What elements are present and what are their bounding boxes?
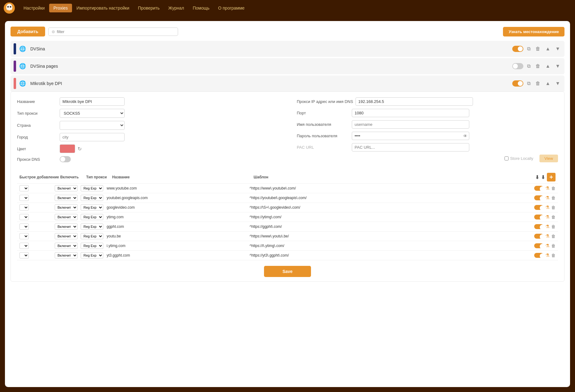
- trash-icon-6[interactable]: 🗑: [551, 243, 556, 248]
- quick-select-1[interactable]: [19, 195, 29, 201]
- quick-select-4[interactable]: [19, 224, 29, 230]
- trash-icon-5[interactable]: 🗑: [551, 234, 556, 239]
- delete-btn-dvsina-pages[interactable]: 🗑: [534, 63, 542, 70]
- quick-select-2[interactable]: [19, 204, 29, 211]
- nav-import[interactable]: Импортировать настройки: [72, 4, 134, 12]
- up-btn-mikrotik[interactable]: ▲: [544, 80, 552, 87]
- eye-button[interactable]: 👁: [463, 134, 467, 138]
- nav-settings[interactable]: Настройки: [19, 4, 49, 12]
- username-input[interactable]: [352, 120, 469, 129]
- toggle-mikrotik[interactable]: [512, 80, 523, 87]
- flask-icon-3[interactable]: ⚗: [545, 214, 549, 220]
- quick-select-3[interactable]: [19, 214, 29, 220]
- color-label: Цвет: [17, 147, 57, 151]
- rule-toggle-6[interactable]: [534, 243, 543, 248]
- type-select-2[interactable]: Reg Exp: [81, 204, 103, 211]
- type-select-3[interactable]: Reg Exp: [81, 214, 103, 220]
- name-input[interactable]: [60, 97, 125, 106]
- enable-select-0[interactable]: Включит: [55, 185, 78, 191]
- download-icon-2[interactable]: ⬇: [541, 174, 545, 180]
- profile-row-dvsina: 🌐 DVSina ⧉ 🗑 ▲ ▼: [11, 41, 564, 57]
- rule-toggle-3[interactable]: [534, 215, 543, 219]
- type-select-0[interactable]: Reg Exp: [81, 185, 103, 191]
- down-btn-mikrotik[interactable]: ▼: [554, 80, 561, 87]
- enable-select-1[interactable]: Включит: [55, 195, 78, 201]
- nav-check[interactable]: Проверить: [134, 4, 164, 12]
- quick-select-7[interactable]: [19, 252, 29, 258]
- nav-help[interactable]: Помощь: [188, 4, 214, 12]
- download-icon-1[interactable]: ⬇: [535, 174, 539, 180]
- type-select-4[interactable]: Reg Exp: [81, 224, 103, 230]
- enable-select-6[interactable]: Включит: [55, 243, 78, 249]
- globe-icon-dvsina: 🌐: [19, 45, 26, 52]
- filter-input[interactable]: [57, 29, 175, 34]
- flask-icon-0[interactable]: ⚗: [545, 185, 549, 191]
- flask-icon-4[interactable]: ⚗: [545, 224, 549, 229]
- enable-select-7[interactable]: Включит: [55, 252, 78, 258]
- store-locally-checkbox[interactable]: [505, 156, 509, 160]
- add-button[interactable]: Добавить: [11, 27, 45, 36]
- type-select-6[interactable]: Reg Exp: [81, 243, 103, 249]
- save-button[interactable]: Save: [264, 266, 311, 277]
- location-button[interactable]: Узнать местонахождение: [503, 27, 564, 36]
- rule-toggle-1[interactable]: [534, 195, 543, 200]
- nav-about[interactable]: О программе: [214, 4, 249, 12]
- nav-proxies[interactable]: Proxies: [49, 4, 72, 12]
- copy-btn-mikrotik[interactable]: ⧉: [526, 80, 532, 87]
- delete-btn-mikrotik[interactable]: 🗑: [534, 80, 542, 87]
- proxy-type-select[interactable]: SOCKS5 HTTP HTTPS SOCKS4: [60, 109, 125, 118]
- flask-icon-2[interactable]: ⚗: [545, 205, 549, 210]
- color-swatch[interactable]: [60, 144, 75, 153]
- city-input[interactable]: [60, 133, 125, 141]
- rule-toggle-4[interactable]: [534, 224, 543, 229]
- add-rule-button[interactable]: +: [547, 173, 556, 181]
- port-input[interactable]: [352, 109, 469, 117]
- copy-btn-dvsina[interactable]: ⧉: [526, 45, 532, 52]
- rule-toggle-7[interactable]: [534, 253, 543, 258]
- flask-icon-7[interactable]: ⚗: [545, 253, 549, 258]
- trash-icon-4[interactable]: 🗑: [551, 224, 556, 229]
- trash-icon-0[interactable]: 🗑: [551, 186, 556, 191]
- proxy-ip-input[interactable]: [356, 97, 473, 106]
- flask-icon-1[interactable]: ⚗: [545, 195, 549, 201]
- enable-select-3[interactable]: Включит: [55, 214, 78, 220]
- toggle-dvsina-pages[interactable]: [512, 63, 523, 69]
- pac-url-input[interactable]: [352, 143, 469, 151]
- proxy-dns-toggle[interactable]: [60, 156, 71, 162]
- quick-select-0[interactable]: [19, 185, 29, 191]
- rule-toggle-5[interactable]: [534, 234, 543, 239]
- profile-name-dvsina: DVSina: [30, 46, 509, 51]
- down-btn-dvsina-pages[interactable]: ▼: [554, 63, 561, 70]
- up-btn-dvsina[interactable]: ▲: [544, 45, 552, 52]
- up-btn-dvsina-pages[interactable]: ▲: [544, 63, 552, 70]
- flask-icon-5[interactable]: ⚗: [545, 233, 549, 239]
- password-input[interactable]: [352, 132, 469, 140]
- table-row: Включит Reg Exp ytimg.com ^https://ytimg…: [17, 212, 558, 222]
- trash-icon-2[interactable]: 🗑: [551, 205, 556, 210]
- type-select-7[interactable]: Reg Exp: [81, 252, 103, 258]
- trash-icon-1[interactable]: 🗑: [551, 195, 556, 200]
- toggle-dvsina[interactable]: [512, 46, 523, 52]
- rule-toggle-0[interactable]: [534, 186, 543, 191]
- enable-select-5[interactable]: Включит: [55, 233, 78, 239]
- view-button[interactable]: View: [539, 155, 558, 162]
- rule-toggle-2[interactable]: [534, 205, 543, 210]
- type-select-5[interactable]: Reg Exp: [81, 233, 103, 239]
- trash-icon-3[interactable]: 🗑: [551, 215, 556, 219]
- nav-journal[interactable]: Журнал: [164, 4, 188, 12]
- enable-select-4[interactable]: Включит: [55, 224, 78, 230]
- down-btn-dvsina[interactable]: ▼: [554, 45, 561, 52]
- type-select-1[interactable]: Reg Exp: [81, 195, 103, 201]
- username-label: Имя пользователя: [297, 122, 349, 127]
- enable-select-2[interactable]: Включит: [55, 204, 78, 211]
- quick-select-6[interactable]: [19, 243, 29, 249]
- country-select[interactable]: [60, 121, 125, 130]
- trash-icon-7[interactable]: 🗑: [551, 253, 556, 258]
- color-refresh-btn[interactable]: ↻: [78, 146, 82, 152]
- copy-btn-dvsina-pages[interactable]: ⧉: [526, 63, 532, 70]
- delete-btn-dvsina[interactable]: 🗑: [534, 45, 542, 52]
- rule-template-2: ^https://\S+\.googlevideo\.com/: [249, 205, 533, 210]
- svg-point-1: [6, 4, 12, 11]
- flask-icon-6[interactable]: ⚗: [545, 243, 549, 249]
- quick-select-5[interactable]: [19, 233, 29, 239]
